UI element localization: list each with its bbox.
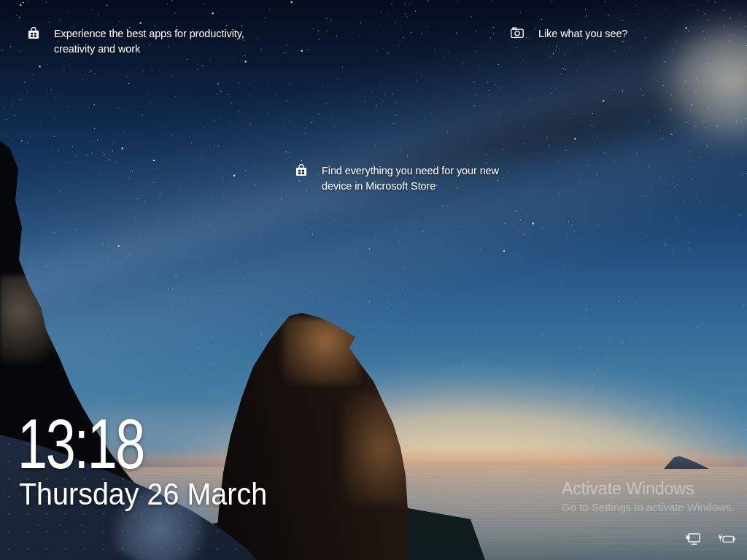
camera-tip: Like what you see?: [511, 26, 627, 42]
activate-windows-watermark: Activate Windows Go to Settings to activ…: [562, 479, 735, 515]
microsoft-store-icon: [28, 27, 39, 43]
store-tip-center-text: Find everything you need for your new de…: [322, 163, 499, 193]
store-tip-text: Experience the best apps for productivit…: [54, 26, 244, 56]
microsoft-store-icon: [295, 164, 307, 180]
activate-windows-subtitle: Go to Settings to activate Windows.: [562, 499, 735, 515]
lock-screen[interactable]: Experience the best apps for productivit…: [0, 0, 747, 560]
battery-charging-icon[interactable]: [718, 534, 735, 548]
wired-network-icon[interactable]: [686, 533, 700, 548]
camera-icon: [511, 27, 524, 42]
store-tip-center-line-1: Find everything you need for your new: [322, 163, 499, 179]
clock-time: 13:18: [18, 408, 144, 479]
store-tip-center-line-2: device in Microsoft Store: [322, 179, 499, 194]
camera-tip-text: Like what you see?: [538, 26, 627, 42]
lock-screen-tray: [686, 533, 735, 548]
activate-windows-title: Activate Windows: [562, 479, 735, 499]
clock-date: Thursday 26 March: [19, 474, 267, 514]
store-tip-line-1: Experience the best apps for productivit…: [54, 26, 244, 42]
store-tip-center: Find everything you need for your new de…: [295, 163, 499, 193]
store-tip-top-left: Experience the best apps for productivit…: [28, 26, 244, 56]
store-tip-line-2: creativity and work: [54, 42, 244, 57]
